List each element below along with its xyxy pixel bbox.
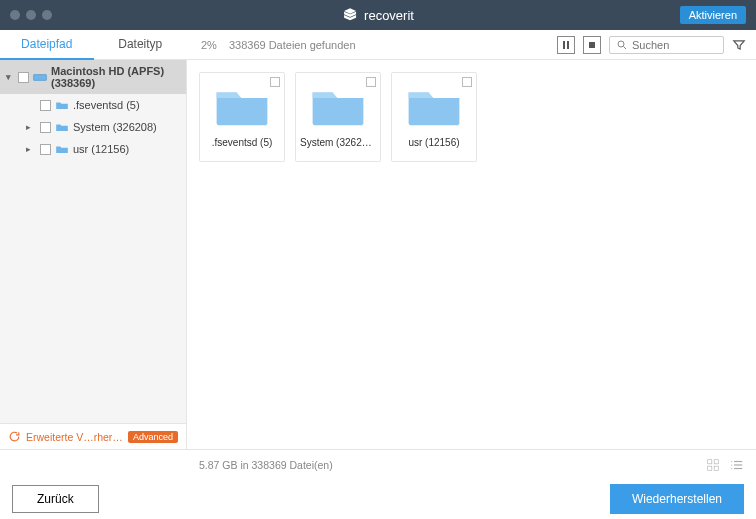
search-icon: [616, 39, 628, 51]
checkbox[interactable]: [462, 77, 472, 87]
tree-item[interactable]: .fseventsd (5): [0, 94, 186, 116]
tree: ▾ Macintosh HD (APFS) (338369) .fsevents…: [0, 60, 186, 423]
tree-item[interactable]: ▸ usr (12156): [0, 138, 186, 160]
minimize-dot[interactable]: [26, 10, 36, 20]
folder-card[interactable]: .fseventsd (5): [199, 72, 285, 162]
recover-button[interactable]: Wiederherstellen: [610, 484, 744, 514]
back-button[interactable]: Zurück: [12, 485, 99, 513]
grid-view-icon[interactable]: [706, 458, 720, 472]
close-dot[interactable]: [10, 10, 20, 20]
folder-label: .fseventsd (5): [200, 137, 284, 148]
stop-button[interactable]: [583, 36, 601, 54]
search-box[interactable]: [609, 36, 724, 54]
svg-line-4: [624, 46, 627, 49]
footer-text: 5.87 GB in 338369 Datei(en): [199, 459, 333, 471]
titlebar: recoverit Aktivieren: [0, 0, 756, 30]
main: ▾ Macintosh HD (APFS) (338369) .fsevents…: [0, 60, 756, 449]
pause-button[interactable]: [557, 36, 575, 54]
brand-icon: [342, 7, 358, 23]
view-icons: [706, 458, 744, 472]
svg-rect-0: [563, 41, 565, 49]
brand-text: recoverit: [364, 8, 414, 23]
svg-rect-9: [714, 466, 718, 470]
svg-point-3: [618, 41, 624, 47]
svg-point-15: [731, 467, 732, 468]
maximize-dot[interactable]: [42, 10, 52, 20]
advanced-badge: Advanced: [128, 431, 178, 443]
window-controls: [10, 10, 52, 20]
folder-icon: [405, 85, 463, 129]
checkbox[interactable]: [18, 72, 29, 83]
content: .fseventsd (5) System (326208) usr (1215…: [187, 60, 756, 449]
svg-rect-5: [34, 74, 47, 80]
disk-icon: [33, 72, 47, 83]
folder-label: System (326208): [296, 137, 380, 148]
tabs: Dateipfad Dateityp: [0, 30, 187, 60]
activate-button[interactable]: Aktivieren: [680, 6, 746, 24]
folder-icon: [55, 144, 69, 155]
brand: recoverit: [342, 7, 414, 23]
caret-down-icon[interactable]: ▾: [6, 72, 14, 82]
pause-icon: [562, 41, 570, 49]
stop-icon: [588, 41, 596, 49]
folder-card[interactable]: usr (12156): [391, 72, 477, 162]
footer-info: 5.87 GB in 338369 Datei(en): [0, 449, 756, 479]
folder-label: usr (12156): [392, 137, 476, 148]
svg-rect-8: [708, 466, 712, 470]
folder-icon: [55, 100, 69, 111]
svg-point-14: [731, 464, 732, 465]
checkbox[interactable]: [40, 100, 51, 111]
footer-actions: Zurück Wiederherstellen: [0, 479, 756, 519]
advanced-row[interactable]: Erweiterte V…rherstellung Advanced: [0, 423, 186, 449]
scan-percent: 2%: [201, 39, 217, 51]
svg-point-13: [731, 460, 732, 461]
folder-icon: [213, 85, 271, 129]
refresh-icon: [8, 430, 21, 443]
folder-card[interactable]: System (326208): [295, 72, 381, 162]
toolbar-right: [557, 36, 756, 54]
tree-item[interactable]: ▸ System (326208): [0, 116, 186, 138]
tree-root-label: Macintosh HD (APFS) (338369): [51, 65, 180, 89]
checkbox[interactable]: [40, 144, 51, 155]
tree-root[interactable]: ▾ Macintosh HD (APFS) (338369): [0, 60, 186, 94]
tree-item-label: usr (12156): [73, 143, 129, 155]
svg-rect-1: [567, 41, 569, 49]
svg-rect-7: [714, 459, 718, 463]
scan-count: 338369 Dateien gefunden: [229, 39, 356, 51]
folder-icon: [309, 85, 367, 129]
checkbox[interactable]: [40, 122, 51, 133]
toolbar: Dateipfad Dateityp 2% 338369 Dateien gef…: [0, 30, 756, 60]
scan-status: 2% 338369 Dateien gefunden: [187, 39, 557, 51]
filter-icon[interactable]: [732, 38, 746, 52]
advanced-label: Erweiterte V…rherstellung: [26, 431, 123, 443]
tree-item-label: System (326208): [73, 121, 157, 133]
list-view-icon[interactable]: [730, 458, 744, 472]
search-input[interactable]: [632, 39, 712, 51]
tab-type[interactable]: Dateityp: [94, 30, 188, 60]
svg-rect-2: [589, 42, 595, 48]
folder-grid: .fseventsd (5) System (326208) usr (1215…: [199, 72, 744, 162]
folder-icon: [55, 122, 69, 133]
caret-right-icon[interactable]: ▸: [26, 122, 36, 132]
checkbox[interactable]: [366, 77, 376, 87]
caret-right-icon[interactable]: ▸: [26, 144, 36, 154]
svg-rect-6: [708, 459, 712, 463]
checkbox[interactable]: [270, 77, 280, 87]
sidebar: ▾ Macintosh HD (APFS) (338369) .fsevents…: [0, 60, 187, 449]
tree-item-label: .fseventsd (5): [73, 99, 140, 111]
tab-path[interactable]: Dateipfad: [0, 30, 94, 60]
